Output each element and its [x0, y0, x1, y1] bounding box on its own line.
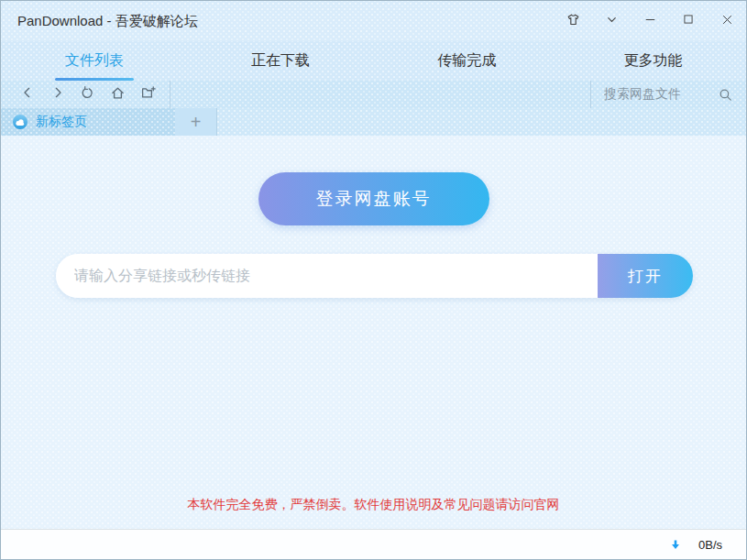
open-button[interactable]: 打开 — [598, 254, 693, 298]
download-speed: 0B/s — [698, 538, 722, 552]
new-tab-button[interactable]: + — [175, 108, 217, 136]
toolbar: 搜索网盘文件 — [1, 81, 746, 108]
back-icon — [20, 85, 35, 104]
skin-button[interactable] — [554, 1, 592, 41]
minimize-icon — [643, 13, 657, 30]
app-window: PanDownload - 吾爱破解论坛 — [0, 0, 747, 560]
tab-label: 传输完成 — [437, 51, 496, 71]
shirt-icon — [566, 12, 581, 31]
back-button[interactable] — [14, 82, 40, 106]
login-button[interactable]: 登录网盘账号 — [258, 172, 489, 225]
tab-more-features[interactable]: 更多功能 — [560, 41, 746, 81]
status-bar: 0B/s — [1, 529, 746, 559]
page-tab-label: 新标签页 — [36, 114, 87, 130]
menu-button[interactable] — [592, 1, 631, 41]
home-icon — [110, 85, 126, 104]
home-button[interactable] — [104, 82, 131, 106]
forward-button[interactable] — [44, 82, 71, 106]
share-link-input[interactable] — [56, 254, 598, 298]
close-button[interactable] — [708, 1, 746, 41]
active-tab-underline — [55, 78, 134, 81]
page-tab-strip: 新标签页 + — [1, 108, 746, 136]
minimize-button[interactable] — [631, 1, 669, 41]
tab-transfer-complete[interactable]: 传输完成 — [374, 41, 560, 81]
search-icon[interactable] — [718, 87, 733, 103]
tab-label: 文件列表 — [65, 51, 124, 71]
search-box[interactable]: 搜索网盘文件 — [590, 81, 746, 108]
window-title: PanDownload - 吾爱破解论坛 — [1, 13, 554, 30]
search-input[interactable]: 搜索网盘文件 — [604, 86, 718, 103]
forward-icon — [50, 85, 65, 104]
cloud-icon — [12, 114, 28, 130]
title-bar[interactable]: PanDownload - 吾爱破解论坛 — [1, 1, 746, 41]
tab-label: 正在下载 — [251, 51, 310, 71]
free-software-notice: 本软件完全免费，严禁倒卖。软件使用说明及常见问题请访问官网 — [1, 497, 746, 513]
tab-label: 更多功能 — [623, 51, 682, 71]
tab-file-list[interactable]: 文件列表 — [1, 41, 187, 81]
download-arrow-icon — [669, 538, 682, 552]
maximize-button[interactable] — [669, 1, 708, 41]
link-input-row: 打开 — [56, 254, 693, 298]
window-controls — [554, 1, 746, 41]
main-tab-bar: 文件列表 正在下载 传输完成 更多功能 — [1, 41, 746, 81]
refresh-button[interactable] — [74, 82, 101, 106]
maximize-icon — [682, 13, 695, 29]
main-content: 登录网盘账号 打开 本软件完全免费，严禁倒卖。软件使用说明及常见问题请访问官网 — [1, 136, 746, 529]
new-folder-button[interactable] — [135, 82, 161, 106]
new-folder-icon — [140, 84, 157, 104]
page-tab-new[interactable]: 新标签页 — [1, 108, 175, 136]
chevron-down-icon — [605, 13, 619, 30]
refresh-icon — [80, 85, 95, 104]
tab-downloading[interactable]: 正在下载 — [187, 41, 373, 81]
close-icon — [720, 13, 734, 30]
nav-icon-group — [1, 81, 170, 108]
